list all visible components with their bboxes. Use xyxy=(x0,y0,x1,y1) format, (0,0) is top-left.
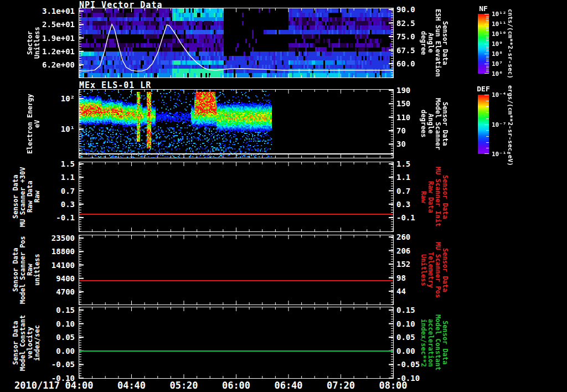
npi-axes-frame xyxy=(79,8,394,78)
mu-scanner-raw-right-axis-title-line: Raw xyxy=(420,162,427,231)
colorbar-nf-minor-tick xyxy=(486,28,489,28)
npi-left-axis-title: SectorUnitless xyxy=(27,8,41,78)
model-constant-data-line xyxy=(79,350,393,352)
colorbar-nf-tick-label: 10¹¹ xyxy=(492,20,507,28)
colorbar-nf-tick-label: 10¹⁰ xyxy=(492,30,507,38)
model-constant-axes-frame xyxy=(79,307,394,379)
colorbar-nf-tick-label: 10⁸ xyxy=(492,50,503,58)
colorbar-nf-minor-tick xyxy=(486,34,489,34)
colorbar-def-title: DEF xyxy=(474,85,493,93)
colorbar-nf-minor-tick xyxy=(486,18,489,18)
model-constant-right-axis-title-line: Sensor Data xyxy=(441,307,449,378)
colorbar-nf-minor-tick xyxy=(486,30,489,30)
colorbar-nf-minor-tick xyxy=(486,70,489,70)
colorbar-nf-tick-label: 10⁷ xyxy=(492,60,503,68)
colorbar-def-units: ergs/(cm**2-sr-sec-eV) xyxy=(505,82,514,169)
colorbar-def-minor-tick xyxy=(486,153,489,154)
colorbar-nf-minor-tick xyxy=(486,26,489,27)
colorbar-def-tick-label: 10⁻⁷ xyxy=(492,121,507,128)
colorbar-def-minor-tick xyxy=(486,112,489,113)
x-axis-date-label: 2010/117 xyxy=(14,380,60,391)
npi-right-axis-title: Sensor DataESH Sun ElevationAngledegree xyxy=(420,8,449,78)
x-axis-tick-label: 07:20 xyxy=(316,380,366,391)
mu-scanner-raw-axes-frame xyxy=(79,162,394,232)
colorbar-nf-minor-tick xyxy=(486,68,489,68)
colorbar-nf-minor-tick xyxy=(486,42,489,42)
colorbar-nf-minor-tick xyxy=(486,48,489,48)
x-axis-tick-label: 04:40 xyxy=(107,380,157,391)
colorbar-nf-minor-tick xyxy=(486,24,489,24)
scanner-pos-right-axis-title: Sensor DataMU Scanner PosTelemetryUnitle… xyxy=(420,235,449,305)
scanner-pos-data-line xyxy=(79,280,393,281)
mu-scanner-raw-right-axis-title-line: MU Scanner Init xyxy=(434,162,441,231)
els-right-axis-title-line: Model Scanner xyxy=(434,90,441,158)
colorbar-nf-minor-tick xyxy=(486,56,489,56)
model-constant-right-axis-title: Sensor DataModel Constantaccelerationind… xyxy=(420,307,449,378)
mu-scanner-raw-left-axis-title-line: Raw xyxy=(34,162,41,231)
colorbar-nf-minor-tick xyxy=(486,46,489,47)
colorbar-def-minor-tick xyxy=(486,136,489,137)
colorbar-nf-tick-label: 10¹² xyxy=(492,11,507,18)
colorbar-nf-minor-tick xyxy=(486,20,489,20)
multi-panel-science-plot: NPI Vector Data MEx ELS-01 LR 3.1e+012.5… xyxy=(0,0,567,392)
x-axis-tick-label: 08:00 xyxy=(368,380,418,391)
colorbar-def-minor-tick xyxy=(486,95,489,95)
colorbar-nf-minor-tick xyxy=(486,40,489,40)
colorbar-def-minor-tick xyxy=(486,106,489,107)
colorbar-nf-minor-tick xyxy=(486,36,489,37)
scanner-pos-right-axis-title-line: Sensor Data xyxy=(441,235,449,305)
model-constant-right-axis-title-line: Model Constant xyxy=(434,307,441,378)
scanner-pos-axes-frame xyxy=(79,235,394,305)
mu-scanner-raw-left-axis-title: Sensor DataMU Scanner +30VRaw DataRaw xyxy=(12,162,41,231)
scanner-pos-right-axis-title-line: MU Scanner Pos xyxy=(434,235,441,305)
mu-scanner-raw-right-axis-title-line: Raw Data xyxy=(427,162,434,231)
scanner-pos-right-axis-title-line: Unitless xyxy=(420,235,427,305)
colorbar-def-minor-tick xyxy=(486,130,489,131)
colorbar-nf-minor-tick xyxy=(486,14,489,14)
model-constant-left-axis-title: Sensor DataModel Constantvelocityindex/s… xyxy=(12,307,41,378)
colorbar-def-minor-tick xyxy=(486,118,489,119)
model-constant-right-axis-title-line: acceleration xyxy=(427,307,434,378)
colorbar-nf-minor-tick xyxy=(486,51,489,52)
els-left-axis-title-line: eV xyxy=(34,90,41,158)
colorbar-nf-units: cnts/(cm**2-sr-sec) xyxy=(505,9,514,79)
colorbar-nf-minor-tick xyxy=(486,32,489,32)
colorbar-def-tick-label: 10⁻⁴ xyxy=(492,91,507,99)
colorbar-nf-tick-label: 10⁹ xyxy=(492,40,503,48)
x-axis-tick-label: 06:40 xyxy=(264,380,313,391)
els-right-axis-title-line: degrees xyxy=(420,90,427,158)
mu-scanner-raw-right-axis-title: Sensor DataMU Scanner InitRaw DataRaw xyxy=(420,162,449,231)
x-axis-tick-label: 06:00 xyxy=(212,380,261,391)
els-right-axis-title: Sensor DataModel ScannerAngledegrees xyxy=(420,90,449,158)
npi-right-axis-title-line: Sensor Data xyxy=(441,8,449,78)
colorbar-nf-minor-tick xyxy=(486,71,489,72)
model-constant-left-axis-title-line: index/sec xyxy=(34,307,41,378)
scanner-pos-right-axis-title-line: Telemetry xyxy=(427,235,434,305)
colorbar-nf-minor-tick xyxy=(486,66,489,66)
colorbar-nf-minor-tick xyxy=(486,22,489,22)
colorbar-def-minor-tick xyxy=(486,142,489,143)
mu-scanner-raw-data-line xyxy=(79,214,393,215)
colorbar-nf-minor-tick xyxy=(486,54,489,54)
model-constant-right-axis-title-line: index/sec**2 xyxy=(420,307,427,378)
scanner-pos-left-axis-title: Sensor DataModel Scanner PosRawunitless xyxy=(12,235,41,305)
x-axis-tick-label: 05:20 xyxy=(159,380,209,391)
els-axes-frame xyxy=(79,89,394,158)
x-axis-tick-label: 04:00 xyxy=(54,380,104,391)
els-right-axis-title-line: Angle xyxy=(427,90,434,158)
colorbar-nf-tick-label: 10⁶ xyxy=(492,70,503,78)
colorbar-nf-minor-tick xyxy=(486,50,489,50)
els-right-axis-title-line: Sensor Data xyxy=(441,90,449,158)
colorbar-nf-minor-tick xyxy=(486,16,489,17)
colorbar-nf-minor-tick xyxy=(486,44,489,44)
colorbar-nf-minor-tick xyxy=(486,60,489,60)
npi-left-axis-title-line: Unitless xyxy=(34,8,41,78)
colorbar-def-minor-tick xyxy=(486,148,489,148)
colorbar-nf-minor-tick xyxy=(486,38,489,38)
colorbar-def-minor-tick xyxy=(486,101,489,101)
colorbar-nf-minor-tick xyxy=(486,58,489,58)
colorbar-nf-title: NF xyxy=(474,4,493,13)
els-left-axis-title: Electron EnergyeV xyxy=(27,90,41,158)
npi-right-axis-title-line: Angle xyxy=(427,8,434,78)
npi-right-axis-title-line: ESH Sun Elevation xyxy=(434,8,441,78)
